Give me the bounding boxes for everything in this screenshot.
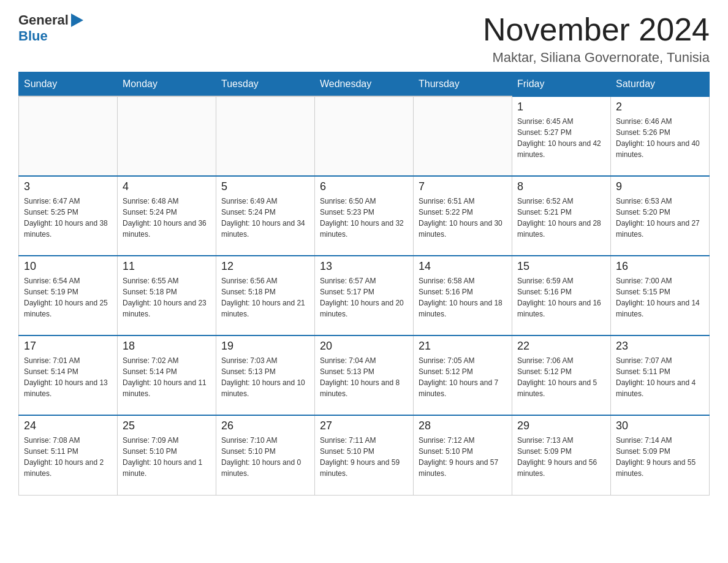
calendar-weekday-header: Monday <box>118 72 216 97</box>
day-info: Sunrise: 6:47 AMSunset: 5:25 PMDaylight:… <box>24 196 112 240</box>
day-number: 13 <box>320 260 408 273</box>
day-info: Sunrise: 6:52 AMSunset: 5:21 PMDaylight:… <box>517 196 605 240</box>
day-info: Sunrise: 7:13 AMSunset: 5:09 PMDaylight:… <box>517 435 605 479</box>
day-info: Sunrise: 6:58 AMSunset: 5:16 PMDaylight:… <box>419 275 507 320</box>
day-number: 3 <box>24 180 112 193</box>
calendar-day-cell: 16Sunrise: 7:00 AMSunset: 5:15 PMDayligh… <box>611 256 710 335</box>
calendar-day-cell <box>19 96 118 176</box>
calendar-day-cell: 3Sunrise: 6:47 AMSunset: 5:25 PMDaylight… <box>19 176 118 256</box>
calendar-day-cell: 29Sunrise: 7:13 AMSunset: 5:09 PMDayligh… <box>512 415 611 495</box>
calendar-week-row: 10Sunrise: 6:54 AMSunset: 5:19 PMDayligh… <box>19 256 710 335</box>
day-info: Sunrise: 7:10 AMSunset: 5:10 PMDaylight:… <box>221 435 309 479</box>
day-number: 12 <box>221 260 309 273</box>
day-number: 30 <box>616 419 704 432</box>
day-number: 10 <box>24 260 112 273</box>
day-number: 18 <box>123 340 211 353</box>
day-info: Sunrise: 7:03 AMSunset: 5:13 PMDaylight:… <box>221 355 309 399</box>
calendar-day-cell: 25Sunrise: 7:09 AMSunset: 5:10 PMDayligh… <box>118 415 216 495</box>
calendar-weekday-header: Saturday <box>611 72 710 97</box>
page-header: General Blue November 2024 Maktar, Silia… <box>18 12 710 66</box>
calendar-day-cell: 9Sunrise: 6:53 AMSunset: 5:20 PMDaylight… <box>611 176 710 256</box>
day-info: Sunrise: 7:01 AMSunset: 5:14 PMDaylight:… <box>24 355 112 399</box>
day-info: Sunrise: 6:50 AMSunset: 5:23 PMDaylight:… <box>320 196 408 240</box>
calendar-day-cell: 4Sunrise: 6:48 AMSunset: 5:24 PMDaylight… <box>118 176 216 256</box>
logo: General Blue <box>18 12 86 44</box>
day-info: Sunrise: 6:45 AMSunset: 5:27 PMDaylight:… <box>517 116 605 160</box>
calendar-day-cell: 22Sunrise: 7:06 AMSunset: 5:12 PMDayligh… <box>512 335 611 415</box>
calendar-day-cell: 18Sunrise: 7:02 AMSunset: 5:14 PMDayligh… <box>118 335 216 415</box>
day-number: 19 <box>221 340 309 353</box>
calendar-day-cell: 13Sunrise: 6:57 AMSunset: 5:17 PMDayligh… <box>315 256 414 335</box>
calendar-day-cell: 30Sunrise: 7:14 AMSunset: 5:09 PMDayligh… <box>611 415 710 495</box>
calendar-week-row: 17Sunrise: 7:01 AMSunset: 5:14 PMDayligh… <box>19 335 710 415</box>
day-info: Sunrise: 6:59 AMSunset: 5:16 PMDaylight:… <box>517 275 605 320</box>
calendar-day-cell: 24Sunrise: 7:08 AMSunset: 5:11 PMDayligh… <box>19 415 118 495</box>
day-info: Sunrise: 6:48 AMSunset: 5:24 PMDaylight:… <box>123 196 211 240</box>
day-number: 21 <box>419 340 507 353</box>
calendar-weekday-header: Friday <box>512 72 611 97</box>
day-info: Sunrise: 7:08 AMSunset: 5:11 PMDaylight:… <box>24 435 112 479</box>
calendar-day-cell <box>118 96 216 176</box>
day-info: Sunrise: 6:55 AMSunset: 5:18 PMDaylight:… <box>123 275 211 320</box>
day-info: Sunrise: 7:09 AMSunset: 5:10 PMDaylight:… <box>123 435 211 479</box>
calendar-day-cell: 21Sunrise: 7:05 AMSunset: 5:12 PMDayligh… <box>414 335 512 415</box>
calendar-day-cell: 2Sunrise: 6:46 AMSunset: 5:26 PMDaylight… <box>611 96 710 176</box>
day-number: 28 <box>419 419 507 432</box>
day-number: 24 <box>24 419 112 432</box>
day-info: Sunrise: 7:12 AMSunset: 5:10 PMDaylight:… <box>419 435 507 479</box>
calendar-week-row: 24Sunrise: 7:08 AMSunset: 5:11 PMDayligh… <box>19 415 710 495</box>
calendar-day-cell <box>414 96 512 176</box>
day-number: 9 <box>616 180 704 193</box>
day-number: 8 <box>517 180 605 193</box>
day-info: Sunrise: 7:06 AMSunset: 5:12 PMDaylight:… <box>517 355 605 399</box>
day-number: 29 <box>517 419 605 432</box>
day-info: Sunrise: 6:57 AMSunset: 5:17 PMDaylight:… <box>320 275 408 320</box>
calendar-day-cell: 15Sunrise: 6:59 AMSunset: 5:16 PMDayligh… <box>512 256 611 335</box>
day-number: 26 <box>221 419 309 432</box>
day-info: Sunrise: 7:00 AMSunset: 5:15 PMDaylight:… <box>616 275 704 320</box>
day-number: 14 <box>419 260 507 273</box>
day-info: Sunrise: 7:11 AMSunset: 5:10 PMDaylight:… <box>320 435 408 479</box>
day-info: Sunrise: 6:56 AMSunset: 5:18 PMDaylight:… <box>221 275 309 320</box>
page-title: November 2024 <box>483 12 710 47</box>
day-number: 27 <box>320 419 408 432</box>
calendar-day-cell: 8Sunrise: 6:52 AMSunset: 5:21 PMDaylight… <box>512 176 611 256</box>
day-info: Sunrise: 7:14 AMSunset: 5:09 PMDaylight:… <box>616 435 704 479</box>
calendar-day-cell: 11Sunrise: 6:55 AMSunset: 5:18 PMDayligh… <box>118 256 216 335</box>
calendar-day-cell: 1Sunrise: 6:45 AMSunset: 5:27 PMDaylight… <box>512 96 611 176</box>
logo-icon <box>69 12 86 28</box>
calendar-weekday-header: Thursday <box>414 72 512 97</box>
day-number: 22 <box>517 340 605 353</box>
day-number: 23 <box>616 340 704 353</box>
calendar-header-row: SundayMondayTuesdayWednesdayThursdayFrid… <box>19 72 710 97</box>
day-number: 11 <box>123 260 211 273</box>
calendar-day-cell <box>315 96 414 176</box>
page-subtitle: Maktar, Siliana Governorate, Tunisia <box>483 50 710 66</box>
day-number: 5 <box>221 180 309 193</box>
day-info: Sunrise: 6:54 AMSunset: 5:19 PMDaylight:… <box>24 275 112 320</box>
title-block: November 2024 Maktar, Siliana Governorat… <box>483 12 710 66</box>
day-number: 20 <box>320 340 408 353</box>
day-number: 7 <box>419 180 507 193</box>
calendar-day-cell: 27Sunrise: 7:11 AMSunset: 5:10 PMDayligh… <box>315 415 414 495</box>
calendar-day-cell: 23Sunrise: 7:07 AMSunset: 5:11 PMDayligh… <box>611 335 710 415</box>
day-info: Sunrise: 7:07 AMSunset: 5:11 PMDaylight:… <box>616 355 704 399</box>
day-number: 6 <box>320 180 408 193</box>
calendar-weekday-header: Tuesday <box>216 72 315 97</box>
day-number: 15 <box>517 260 605 273</box>
day-number: 25 <box>123 419 211 432</box>
day-number: 4 <box>123 180 211 193</box>
calendar-week-row: 1Sunrise: 6:45 AMSunset: 5:27 PMDaylight… <box>19 96 710 176</box>
day-info: Sunrise: 7:02 AMSunset: 5:14 PMDaylight:… <box>123 355 211 399</box>
svg-marker-0 <box>71 13 83 27</box>
day-info: Sunrise: 6:46 AMSunset: 5:26 PMDaylight:… <box>616 116 704 160</box>
day-info: Sunrise: 7:05 AMSunset: 5:12 PMDaylight:… <box>419 355 507 399</box>
day-info: Sunrise: 6:53 AMSunset: 5:20 PMDaylight:… <box>616 196 704 240</box>
logo-blue-text: Blue <box>18 28 48 44</box>
calendar-day-cell: 20Sunrise: 7:04 AMSunset: 5:13 PMDayligh… <box>315 335 414 415</box>
calendar-day-cell: 26Sunrise: 7:10 AMSunset: 5:10 PMDayligh… <box>216 415 315 495</box>
day-info: Sunrise: 6:51 AMSunset: 5:22 PMDaylight:… <box>419 196 507 240</box>
calendar-weekday-header: Sunday <box>19 72 118 97</box>
calendar-day-cell: 19Sunrise: 7:03 AMSunset: 5:13 PMDayligh… <box>216 335 315 415</box>
calendar-day-cell: 7Sunrise: 6:51 AMSunset: 5:22 PMDaylight… <box>414 176 512 256</box>
